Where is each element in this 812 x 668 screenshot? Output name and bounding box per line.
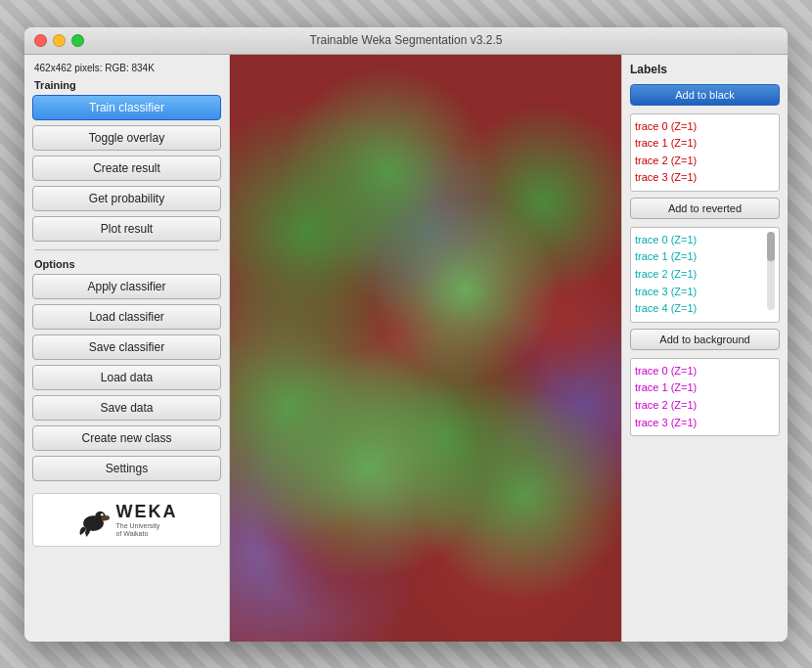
weka-name: WEKA xyxy=(116,502,178,522)
black-trace-0: trace 0 (Z=1) xyxy=(635,118,775,136)
background-traces-section: trace 0 (Z=1) trace 1 (Z=1) trace 2 (Z=1… xyxy=(630,358,780,436)
window-title: Trainable Weka Segmentation v3.2.5 xyxy=(310,33,503,47)
settings-button[interactable]: Settings xyxy=(32,456,221,481)
maximize-button[interactable] xyxy=(71,34,84,47)
reverted-trace-0: trace 0 (Z=1) xyxy=(635,232,765,249)
toggle-overlay-button[interactable]: Toggle overlay xyxy=(32,125,221,151)
main-window: Trainable Weka Segmentation v3.2.5 462x4… xyxy=(24,27,788,642)
window-body: 462x462 pixels: RGB: 834K Training Train… xyxy=(24,55,788,642)
reverted-trace-2: trace 2 (Z=1) xyxy=(635,266,765,284)
reverted-trace-3: trace 3 (Z=1) xyxy=(635,284,765,301)
reverted-scrollbar[interactable] xyxy=(767,232,775,310)
weka-logo: WEKA The University of Waikato xyxy=(32,493,221,548)
image-area[interactable] xyxy=(230,55,621,642)
background-trace-2: trace 2 (Z=1) xyxy=(635,397,775,415)
training-section-label: Training xyxy=(34,79,221,91)
section-divider xyxy=(34,249,219,250)
plot-result-button[interactable]: Plot result xyxy=(32,216,221,242)
titlebar: Trainable Weka Segmentation v3.2.5 xyxy=(24,27,788,55)
sidebar: 462x462 pixels: RGB: 834K Training Train… xyxy=(24,55,230,642)
weka-subtitle-1: The University xyxy=(116,522,178,530)
reverted-traces-list: trace 0 (Z=1) trace 1 (Z=1) trace 2 (Z=1… xyxy=(635,232,765,318)
pixel-info: 462x462 pixels: RGB: 834K xyxy=(32,63,221,73)
reverted-trace-1: trace 1 (Z=1) xyxy=(635,248,765,266)
save-classifier-button[interactable]: Save classifier xyxy=(32,334,221,360)
black-trace-2: trace 2 (Z=1) xyxy=(635,153,775,170)
labels-title: Labels xyxy=(630,63,780,76)
black-trace-1: trace 1 (Z=1) xyxy=(635,135,775,153)
window-controls xyxy=(34,34,84,47)
weka-text: WEKA The University of Waikato xyxy=(116,502,178,539)
background-trace-1: trace 1 (Z=1) xyxy=(635,379,775,397)
black-traces-section: trace 0 (Z=1) trace 1 (Z=1) trace 2 (Z=1… xyxy=(630,113,780,192)
black-trace-3: trace 3 (Z=1) xyxy=(635,169,775,187)
options-section-label: Options xyxy=(34,258,221,270)
labels-panel: Labels Add to black trace 0 (Z=1) trace … xyxy=(621,55,788,642)
reverted-trace-4: trace 4 (Z=1) xyxy=(635,300,765,318)
save-data-button[interactable]: Save data xyxy=(32,395,221,421)
close-button[interactable] xyxy=(34,34,47,47)
reverted-scrollbar-thumb[interactable] xyxy=(767,232,775,261)
weka-bird-icon xyxy=(76,503,111,537)
add-to-reverted-button[interactable]: Add to reverted xyxy=(630,198,780,219)
main-content xyxy=(230,55,621,642)
create-new-class-button[interactable]: Create new class xyxy=(32,425,221,451)
add-to-background-button[interactable]: Add to background xyxy=(630,329,780,350)
background-trace-0: trace 0 (Z=1) xyxy=(635,363,775,380)
weka-subtitle-2: of Waikato xyxy=(116,530,178,538)
load-classifier-button[interactable]: Load classifier xyxy=(32,304,221,330)
minimize-button[interactable] xyxy=(53,34,66,47)
background-trace-3: trace 3 (Z=1) xyxy=(635,415,775,432)
apply-classifier-button[interactable]: Apply classifier xyxy=(32,274,221,299)
get-probability-button[interactable]: Get probability xyxy=(32,186,221,211)
segmentation-image xyxy=(230,55,621,642)
svg-point-3 xyxy=(100,513,103,516)
reverted-traces-section: trace 0 (Z=1) trace 1 (Z=1) trace 2 (Z=1… xyxy=(630,227,780,323)
add-to-black-button[interactable]: Add to black xyxy=(630,84,780,106)
create-result-button[interactable]: Create result xyxy=(32,156,221,181)
load-data-button[interactable]: Load data xyxy=(32,365,221,390)
train-classifier-button[interactable]: Train classifier xyxy=(32,95,221,120)
